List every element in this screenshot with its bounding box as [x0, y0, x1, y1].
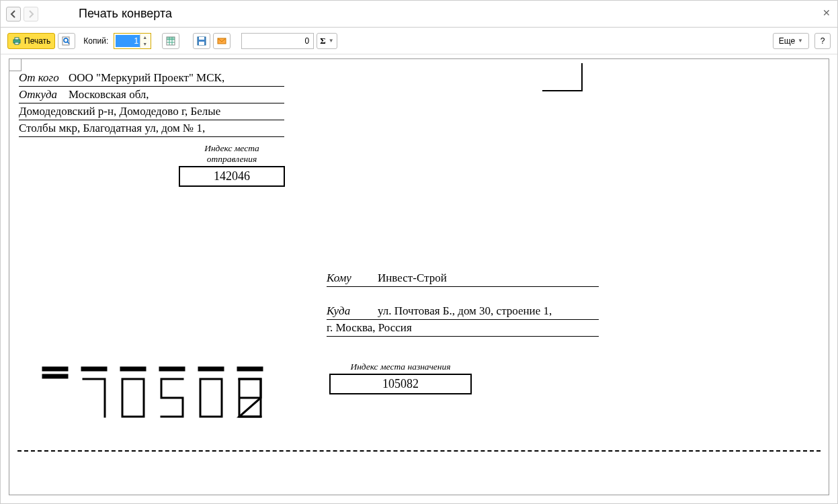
content-area: От кого ООО "Меркурий Проект" МСК, Откуд… — [1, 54, 837, 503]
preview-button[interactable] — [58, 33, 75, 49]
recipient-to-value: Инвест-Строй — [378, 271, 447, 285]
copies-label: Копий: — [83, 36, 108, 46]
number-input[interactable] — [241, 33, 314, 49]
svg-rect-14 — [199, 42, 204, 45]
stamp-corner — [542, 63, 583, 91]
sender-index-value: 142046 — [179, 166, 285, 187]
fold-line — [17, 450, 821, 452]
email-button[interactable] — [213, 33, 231, 49]
recipient-where-label: Куда — [327, 304, 378, 318]
back-button[interactable] — [6, 7, 21, 22]
sender-from-label: От кого — [19, 71, 69, 85]
print-button-label: Печать — [24, 36, 50, 46]
sender-where-value: Московская обл, — [69, 88, 149, 101]
copies-input[interactable] — [116, 35, 140, 47]
svg-rect-13 — [199, 37, 204, 40]
spreadsheet-button[interactable] — [162, 33, 179, 49]
window: Печать конверта ✕ Печать Копий: ▲▼ Σ — [0, 0, 838, 504]
destination-index-label: Индекс места назначения — [329, 362, 472, 372]
print-button[interactable]: Печать — [7, 33, 55, 49]
sender-address-line3: Столбы мкр, Благодатная ул, дом № 1, — [19, 120, 284, 137]
envelope-document: От кого ООО "Меркурий Проект" МСК, Откуд… — [9, 58, 829, 495]
table-icon — [166, 36, 175, 46]
forward-button[interactable] — [24, 7, 38, 22]
diskette-icon — [197, 36, 206, 46]
titlebar: Печать конверта ✕ — [1, 1, 837, 28]
recipient-to-label: Кому — [327, 271, 378, 285]
destination-index-box: Индекс места назначения 105082 — [329, 362, 472, 394]
printer-icon — [12, 36, 22, 46]
recipient-where-value: ул. Почтовая Б., дом 30, строение 1, — [378, 304, 552, 318]
toolbar: Печать Копий: ▲▼ Σ ▼ Еще ▼ — [1, 28, 837, 54]
recipient-address-line2: г. Москва, Россия — [327, 320, 599, 337]
destination-index-value: 105082 — [329, 374, 472, 394]
magnifier-icon — [62, 36, 71, 46]
sender-where-label: Откуда — [19, 88, 69, 101]
more-button-label: Еще — [779, 36, 795, 46]
svg-rect-1 — [15, 38, 19, 40]
page-title: Печать конверта — [79, 7, 172, 21]
svg-rect-2 — [15, 42, 19, 44]
sigma-icon: Σ — [320, 36, 326, 46]
spinner-buttons[interactable]: ▲▼ — [140, 34, 149, 48]
recipient-block: Кому Инвест-Строй Куда ул. Почтовая Б., … — [327, 270, 599, 337]
sender-index-label: Индекс места отправления — [179, 143, 285, 165]
help-button[interactable]: ? — [814, 33, 831, 49]
big-postal-index — [42, 366, 276, 419]
envelope-icon — [217, 36, 226, 46]
sender-block: От кого ООО "Меркурий Проект" МСК, Откуд… — [19, 70, 284, 137]
help-label: ? — [821, 36, 825, 46]
svg-rect-11 — [167, 37, 175, 40]
close-icon[interactable]: ✕ — [823, 7, 831, 18]
save-button[interactable] — [193, 33, 210, 49]
sum-button[interactable]: Σ ▼ — [317, 33, 337, 49]
more-button[interactable]: Еще ▼ — [773, 33, 809, 49]
sender-from-value: ООО "Меркурий Проект" МСК, — [69, 71, 224, 85]
sender-address-line2: Домодедовский р-н, Домодедово г, Белые — [19, 103, 284, 120]
chevron-down-icon: ▼ — [798, 38, 803, 44]
copies-spinner[interactable]: ▲▼ — [114, 33, 151, 49]
sender-index-box: Индекс места отправления 142046 — [179, 143, 285, 187]
chevron-down-icon: ▼ — [329, 38, 334, 44]
